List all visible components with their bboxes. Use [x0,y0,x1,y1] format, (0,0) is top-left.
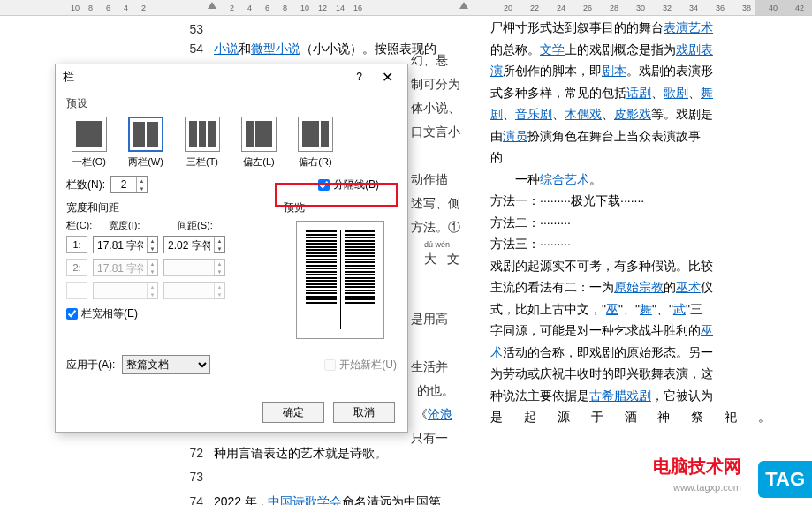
line-number: 53 [177,19,203,39]
preset-one-column[interactable]: 一栏(O) [72,117,107,169]
line-number: 54 [177,39,203,58]
col-index-2: 2: [66,259,87,276]
columns-dialog: 栏 ? ✕ 预设 一栏(O) 两栏(W) 三栏(T) 偏左(L) [55,64,408,433]
dialog-titlebar[interactable]: 栏 ? ✕ [56,64,407,89]
apply-to-select[interactable]: 整篇文档 [122,355,210,374]
col1-gap-input[interactable]: ▲▼ [163,236,225,253]
dialog-title: 栏 [63,69,74,85]
ruler-indent-marker[interactable] [459,2,468,9]
watermark-url: www.tagxp.com [673,482,741,493]
start-new-column-checkbox: 开始新栏(U) [324,358,397,373]
num-columns-label: 栏数(N): [66,177,105,192]
help-button[interactable]: ? [356,71,362,83]
apply-to-label: 应用于(A): [66,358,115,373]
horizontal-ruler[interactable]: 10 8 6 4 2 2 4 6 8 10 12 14 16 20 22 24 … [0,0,812,16]
line-number: 74 [177,490,203,505]
preset-right-column[interactable]: 偏右(R) [298,117,333,169]
highlight-box [275,183,398,207]
width-spacing-label: 宽度和间距 [66,200,269,215]
line-number: 72 [177,441,203,465]
cancel-button[interactable]: 取消 [333,402,395,423]
col1-width-input[interactable]: ▲▼ [93,236,158,253]
col-index-1: 1: [66,236,87,253]
watermark-brand: 电脑技术网 [653,455,741,479]
tag-badge: TAG [758,461,812,498]
preset-three-columns[interactable]: 三栏(T) [185,117,220,169]
presets-label: 预设 [66,96,397,111]
columns-preview [296,221,384,339]
col2-gap-input: ▲▼ [163,259,225,276]
col2-width-input: ▲▼ [93,259,158,276]
preset-left-column[interactable]: 偏左(L) [241,117,277,169]
num-columns-input[interactable]: ▲▼ [110,176,148,193]
line-number: 73 [177,465,203,489]
close-button[interactable]: ✕ [375,67,400,87]
document-column-2[interactable]: 尸柙寸形式达到叙事目的的舞台表演艺术 的总称。文学上的戏剧概念是指为戏剧表 演所… [490,17,800,428]
preset-two-columns[interactable]: 两栏(W) [128,117,163,169]
ok-button[interactable]: 确定 [262,402,324,423]
ruler-indent-marker[interactable] [208,2,216,9]
equal-width-checkbox[interactable]: 栏宽相等(E) [66,306,269,321]
